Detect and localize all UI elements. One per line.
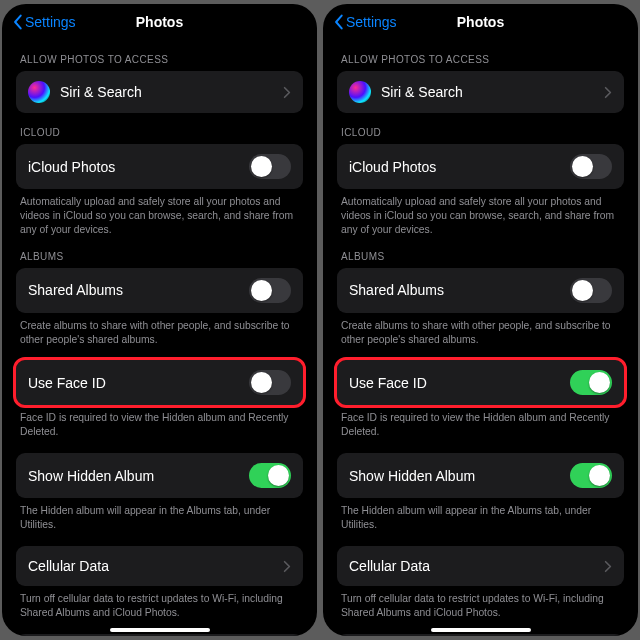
row-label-cellular: Cellular Data xyxy=(28,558,109,574)
row-label-cellular: Cellular Data xyxy=(349,558,430,574)
footer-cellular: Turn off cellular data to restrict updat… xyxy=(20,592,299,620)
back-button[interactable]: Settings xyxy=(333,14,397,30)
row-label-siri: Siri & Search xyxy=(60,84,142,100)
chevron-left-icon xyxy=(12,14,23,30)
row-shared-albums[interactable]: Shared Albums xyxy=(337,268,624,313)
chevron-left-icon xyxy=(333,14,344,30)
nav-bar: Settings Photos xyxy=(323,4,638,40)
toggle-use-face-id[interactable] xyxy=(570,370,612,395)
footer-hidden: The Hidden album will appear in the Albu… xyxy=(341,504,620,532)
section-header-albums: ALBUMS xyxy=(20,251,303,262)
footer-cellular: Turn off cellular data to restrict updat… xyxy=(341,592,620,620)
row-label-shared: Shared Albums xyxy=(349,282,444,298)
row-icloud-photos[interactable]: iCloud Photos xyxy=(337,144,624,189)
row-siri-search[interactable]: Siri & Search xyxy=(16,71,303,113)
section-header-albums: ALBUMS xyxy=(341,251,624,262)
row-use-face-id[interactable]: Use Face ID xyxy=(337,360,624,405)
back-label: Settings xyxy=(25,14,76,30)
toggle-icloud-photos[interactable] xyxy=(570,154,612,179)
row-label-faceid: Use Face ID xyxy=(349,375,427,391)
toggle-show-hidden-album[interactable] xyxy=(249,463,291,488)
nav-bar: Settings Photos xyxy=(2,4,317,40)
toggle-shared-albums[interactable] xyxy=(249,278,291,303)
section-header-access: ALLOW PHOTOS TO ACCESS xyxy=(20,54,303,65)
row-show-hidden-album[interactable]: Show Hidden Album xyxy=(337,453,624,498)
row-siri-search[interactable]: Siri & Search xyxy=(337,71,624,113)
siri-icon xyxy=(28,81,50,103)
row-label-hidden: Show Hidden Album xyxy=(349,468,475,484)
back-label: Settings xyxy=(346,14,397,30)
screen-left: Settings Photos ALLOW PHOTOS TO ACCESS S… xyxy=(2,4,317,636)
chevron-right-icon xyxy=(283,86,291,99)
home-indicator[interactable] xyxy=(431,628,531,632)
back-button[interactable]: Settings xyxy=(12,14,76,30)
footer-hidden: The Hidden album will appear in the Albu… xyxy=(20,504,299,532)
settings-scroll[interactable]: ALLOW PHOTOS TO ACCESS Siri & Search ICL… xyxy=(2,40,317,636)
toggle-show-hidden-album[interactable] xyxy=(570,463,612,488)
toggle-use-face-id[interactable] xyxy=(249,370,291,395)
row-autoplay[interactable]: Auto-Play Videos and Live Photos xyxy=(337,634,624,636)
footer-icloud: Automatically upload and safely store al… xyxy=(341,195,620,237)
row-show-hidden-album[interactable]: Show Hidden Album xyxy=(16,453,303,498)
siri-icon xyxy=(349,81,371,103)
footer-shared: Create albums to share with other people… xyxy=(341,319,620,347)
screen-right: Settings Photos ALLOW PHOTOS TO ACCESS S… xyxy=(323,4,638,636)
chevron-right-icon xyxy=(604,86,612,99)
footer-faceid: Face ID is required to view the Hidden a… xyxy=(20,411,299,439)
row-autoplay[interactable]: Auto-Play Videos and Live Photos xyxy=(16,634,303,636)
toggle-icloud-photos[interactable] xyxy=(249,154,291,179)
row-cellular-data[interactable]: Cellular Data xyxy=(337,546,624,586)
chevron-right-icon xyxy=(604,560,612,573)
row-label-faceid: Use Face ID xyxy=(28,375,106,391)
row-label-shared: Shared Albums xyxy=(28,282,123,298)
chevron-right-icon xyxy=(283,560,291,573)
section-header-access: ALLOW PHOTOS TO ACCESS xyxy=(341,54,624,65)
row-cellular-data[interactable]: Cellular Data xyxy=(16,546,303,586)
row-shared-albums[interactable]: Shared Albums xyxy=(16,268,303,313)
footer-icloud: Automatically upload and safely store al… xyxy=(20,195,299,237)
row-label-siri: Siri & Search xyxy=(381,84,463,100)
row-use-face-id[interactable]: Use Face ID xyxy=(16,360,303,405)
row-label-icloud: iCloud Photos xyxy=(28,159,115,175)
row-icloud-photos[interactable]: iCloud Photos xyxy=(16,144,303,189)
settings-scroll[interactable]: ALLOW PHOTOS TO ACCESS Siri & Search ICL… xyxy=(323,40,638,636)
section-header-icloud: ICLOUD xyxy=(341,127,624,138)
section-header-icloud: ICLOUD xyxy=(20,127,303,138)
toggle-shared-albums[interactable] xyxy=(570,278,612,303)
row-label-icloud: iCloud Photos xyxy=(349,159,436,175)
footer-shared: Create albums to share with other people… xyxy=(20,319,299,347)
home-indicator[interactable] xyxy=(110,628,210,632)
footer-faceid: Face ID is required to view the Hidden a… xyxy=(341,411,620,439)
row-label-hidden: Show Hidden Album xyxy=(28,468,154,484)
